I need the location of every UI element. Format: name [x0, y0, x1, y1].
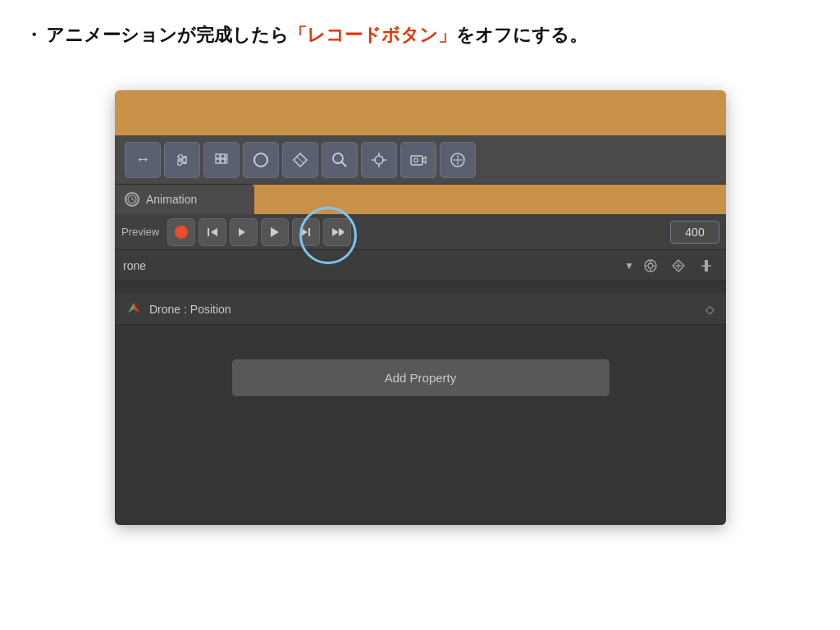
grid-tool-button[interactable]	[203, 142, 240, 178]
instruction-text: ・アニメーションが完成したら「レコードボタン」をオフにする。	[25, 23, 815, 48]
svg-point-3	[179, 154, 183, 158]
instruction-plain-before: アニメーションが完成したら	[46, 25, 289, 45]
svg-point-17	[375, 156, 383, 164]
svg-marker-51	[134, 303, 139, 313]
svg-line-14	[297, 157, 304, 163]
crosshair-tool-button[interactable]	[361, 142, 397, 178]
skip-back-button[interactable]	[199, 218, 226, 246]
svg-marker-38	[339, 228, 344, 236]
svg-point-5	[178, 161, 182, 165]
drone-icon	[126, 301, 143, 317]
svg-rect-22	[411, 156, 422, 165]
svg-point-4	[183, 158, 187, 162]
svg-rect-7	[221, 154, 225, 158]
svg-point-40	[648, 263, 653, 268]
svg-marker-37	[332, 228, 339, 236]
svg-marker-32	[211, 228, 217, 236]
diamond-tool-button[interactable]	[282, 142, 318, 178]
adjust-tool-button[interactable]	[164, 142, 200, 178]
target-icon-button[interactable]	[639, 254, 662, 277]
drone-position-row: Drone : Position ◇	[115, 294, 726, 325]
keyframe-diamond-icon[interactable]: ◇	[705, 303, 714, 316]
object-name-label: rone	[123, 259, 619, 272]
camera-tool-button[interactable]	[400, 142, 436, 178]
toolbar: ↔	[115, 135, 726, 185]
svg-rect-6	[216, 154, 220, 158]
record-circle-icon	[175, 226, 188, 239]
svg-rect-36	[308, 228, 310, 236]
compass-tool-button[interactable]	[440, 142, 476, 178]
svg-point-24	[414, 158, 418, 162]
bar-add-icon-button[interactable]	[695, 254, 718, 277]
svg-point-15	[333, 153, 343, 163]
bullet: ・	[25, 25, 43, 45]
instruction-highlight: 「レコードボタン」	[289, 25, 456, 45]
diamond-add-icon-button[interactable]	[667, 254, 690, 277]
svg-rect-9	[221, 159, 225, 163]
animation-clock-icon	[125, 192, 139, 207]
page-container: ・アニメーションが完成したら「レコードボタン」をオフにする。 ↔	[0, 0, 840, 630]
svg-rect-8	[216, 159, 220, 163]
search-tool-button[interactable]	[322, 142, 358, 178]
drone-position-label: Drone : Position	[149, 303, 705, 316]
dropdown-arrow-icon[interactable]: ▼	[624, 260, 634, 272]
move-tool-button[interactable]: ↔	[125, 142, 161, 178]
circle-tool-button[interactable]	[243, 142, 279, 178]
svg-rect-31	[208, 228, 209, 236]
screenshot-box: ↔	[115, 90, 726, 525]
add-property-button[interactable]: Add Property	[232, 359, 609, 396]
step-forward-button[interactable]	[292, 218, 320, 246]
play-button[interactable]	[261, 218, 289, 246]
forward-to-end-button[interactable]	[323, 218, 351, 246]
svg-marker-50	[128, 303, 134, 313]
svg-point-12	[254, 153, 267, 167]
object-row: rone ▼	[115, 250, 726, 281]
preview-label: Preview	[121, 226, 159, 238]
back-to-start-button[interactable]	[230, 218, 258, 246]
animation-panel-header: Animation	[115, 185, 254, 214]
svg-line-30	[132, 199, 135, 201]
svg-line-16	[342, 162, 347, 167]
svg-rect-10	[226, 154, 227, 158]
svg-marker-33	[239, 228, 245, 236]
record-button[interactable]	[167, 218, 195, 246]
svg-marker-35	[301, 228, 308, 236]
frame-number-input[interactable]: 400	[670, 221, 719, 244]
instruction-plain-after: をオフにする。	[456, 25, 587, 45]
animation-header-label: Animation	[146, 193, 197, 206]
add-property-area: Add Property	[115, 345, 726, 411]
playback-controls-row: Preview	[115, 214, 726, 250]
svg-rect-11	[226, 159, 227, 163]
svg-marker-34	[271, 227, 279, 237]
